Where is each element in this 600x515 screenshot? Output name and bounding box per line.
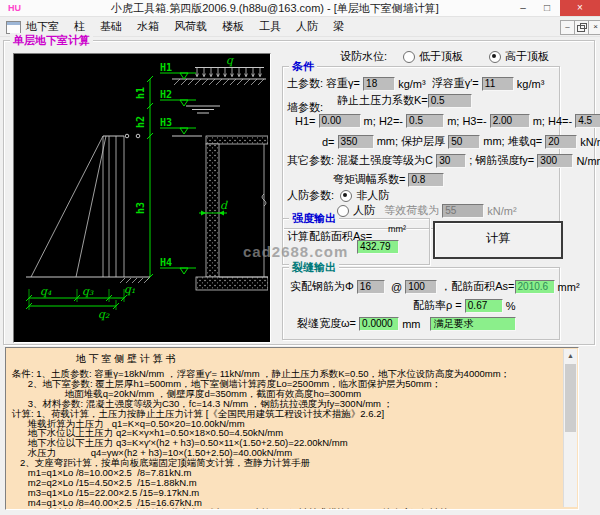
diagram-h3-label: h3 — [135, 202, 146, 214]
crack-width-row: 裂缝宽度ω= 0.0000 mm 满足要求 — [297, 316, 516, 331]
menu-item[interactable]: 梁 — [333, 19, 344, 34]
crack-width-unit: mm — [399, 318, 430, 330]
h3-input[interactable]: 2.00 — [490, 114, 530, 128]
water-level-low-label[interactable]: 低于顶板 — [419, 49, 463, 64]
other-params-label: 其它参数: 混凝土强度等级为C — [287, 153, 436, 168]
crack-width-output: 0.0000 — [359, 317, 399, 331]
main-group-title: 单层地下室计算 — [10, 33, 93, 47]
thickness-label: d= — [322, 136, 338, 148]
equiv-load-label: 等效荷载为 — [375, 203, 442, 218]
surcharge-unit: kN/m — [577, 136, 600, 148]
heights-row: H1= 0.00 m; H2=- 0.5 m; H3=- 2.00 m; H4=… — [295, 114, 600, 128]
mdi-minimize-button[interactable]: – — [560, 20, 575, 35]
diagram-H4-label: H4 — [160, 257, 172, 268]
report-scrollbar[interactable]: ▲ — [563, 349, 577, 507]
fy-input[interactable]: 300 — [537, 154, 573, 168]
k-coefficient-row: 静止土压力系数K= 0.5 — [337, 93, 472, 108]
water-level-low-radio[interactable] — [403, 51, 415, 63]
unit-weight-unit: kg/m³ — [395, 78, 426, 90]
crack-status-output: 满足要求 — [430, 317, 516, 331]
water-level-label: 设防水位: — [340, 49, 387, 64]
buoyant-weight-input[interactable]: 11 — [482, 77, 514, 91]
diagram-H2-label: H2 — [160, 89, 172, 100]
minimize-button[interactable]: – — [512, 0, 534, 16]
diagram-H1-label: H1 — [160, 62, 172, 73]
crack-group-title: 裂缝输出 — [289, 260, 339, 274]
scroll-thumb[interactable] — [565, 364, 576, 432]
thickness-row: d= 350 mm; 保护层厚 50 mm; 堆载q= 20 kN/m — [322, 134, 600, 149]
maximize-button[interactable]: □ — [536, 0, 558, 16]
diagram-q4-label: q₄ — [40, 285, 52, 298]
cover-input[interactable]: 50 — [448, 135, 480, 149]
equiv-load-unit: kN/m² — [484, 205, 516, 217]
ratio-label: 配筋率ρ = — [413, 298, 465, 313]
menu-items: 地下室柱基础水箱风荷载楼板工具人防梁 — [26, 19, 344, 34]
water-level-high-radio[interactable] — [489, 51, 501, 63]
moment-factor-row: 弯矩调幅系数= 0.8 — [333, 172, 444, 187]
mdi-restore-button[interactable] — [574, 20, 589, 35]
civil-defense-row: 人防参数: 非人防 — [287, 188, 389, 203]
diagram-h2-label: h2 — [135, 116, 146, 128]
civil-yes-label[interactable]: 人防 — [353, 203, 375, 218]
menu-item[interactable]: 楼板 — [222, 19, 244, 34]
rebar-row: 实配钢筋为Φ 16 @ 100 ，配筋面积As= 2010.6 mm² — [290, 279, 580, 294]
civil-defense-label: 人防参数: — [287, 188, 340, 203]
calculation-report[interactable]: 地 下 室 侧 壁 计 算 书 条件: 1、土质参数: 容重γ=18kN/mm … — [5, 347, 579, 510]
scroll-up-icon[interactable]: ▲ — [564, 350, 577, 362]
menu-item[interactable]: 柱 — [74, 19, 85, 34]
diagram-q1-label: q₁ — [124, 283, 135, 296]
h4-input[interactable]: 4.5 — [575, 114, 600, 128]
rebar-at-label: @ — [385, 281, 405, 293]
conditions-group-title: 条件 — [289, 59, 317, 73]
buoyant-weight-unit: kg/m³ — [514, 78, 545, 90]
diagram-canvas: q H1 H2 H3 H4 — [14, 54, 268, 340]
civil-yes-radio[interactable] — [337, 205, 349, 217]
fy-unit: N/mm² — [573, 155, 600, 167]
civil-no-label[interactable]: 非人防 — [356, 188, 389, 203]
report-text: 条件: 1、土质参数: 容重γ=18kN/mm ，浮容重γ′= 11kN/mm … — [12, 369, 578, 510]
surcharge-input[interactable]: 20 — [545, 135, 577, 149]
surcharge-label: mm; 堆载q= — [480, 134, 545, 149]
civil-yes-row: 人防 等效荷载为 55 kN/m² — [337, 203, 517, 218]
equiv-load-input: 55 — [442, 204, 484, 218]
diagram-h1-label: h1 — [135, 87, 146, 99]
menu-item[interactable]: 风荷载 — [174, 19, 207, 34]
rebar-diameter-input[interactable]: 16 — [357, 280, 385, 294]
h4-label: m; H4=- — [530, 115, 576, 127]
moment-factor-label: 弯矩调幅系数= — [333, 172, 408, 187]
moment-factor-input[interactable]: 0.8 — [408, 173, 444, 187]
menu-item[interactable]: 地下室 — [26, 19, 59, 34]
civil-no-radio[interactable] — [340, 190, 352, 202]
ratio-row: 配筋率ρ = 0.67 % — [413, 298, 516, 313]
menu-item[interactable]: 水箱 — [137, 19, 159, 34]
water-level-row: 设防水位: 低于顶板 高于顶板 — [340, 49, 549, 64]
ratio-unit: % — [503, 300, 516, 312]
menu-item[interactable]: 基础 — [100, 19, 122, 34]
diagram-d-label: d — [220, 199, 228, 212]
k-coefficient-label: 静止土压力系数K= — [337, 93, 428, 108]
rebar-area-unit: mm² — [555, 281, 580, 293]
calculate-button[interactable]: 计算 — [433, 221, 563, 259]
diagram-q2-label: q₂ — [98, 308, 110, 321]
k-coefficient-input[interactable]: 0.5 — [428, 94, 472, 108]
as-value-output: 432.79 — [357, 240, 399, 254]
soil-params-row: 土参数: 容重γ= 18 kg/m³ 浮容重γ′= 11 kg/m³ — [287, 76, 544, 91]
concrete-grade-input[interactable]: 30 — [436, 154, 466, 168]
as-unit-row: mm² — [388, 224, 406, 234]
unit-weight-input[interactable]: 18 — [363, 77, 395, 91]
thickness-input[interactable]: 350 — [338, 135, 374, 149]
h2-label: m; H2=- — [361, 115, 407, 127]
material-row: 其它参数: 混凝土强度等级为C 30 ; 钢筋强度fy= 300 N/mm² — [287, 153, 600, 168]
rebar-label: 实配钢筋为Φ — [290, 279, 357, 294]
app-window: HU 小虎工具箱.第四版2006.9.(h88u@163.com) - [单层地… — [0, 0, 600, 515]
mdi-close-button[interactable]: × — [588, 20, 600, 35]
h1-input[interactable]: 0.00 — [319, 114, 361, 128]
wall-params-label: 墙参数: — [287, 100, 323, 115]
rebar-spacing-input[interactable]: 100 — [405, 280, 437, 294]
close-button[interactable]: × — [560, 0, 600, 16]
menu-item[interactable]: 人防 — [296, 19, 318, 34]
water-level-high-label[interactable]: 高于顶板 — [505, 49, 549, 64]
title-bar: HU 小虎工具箱.第四版2006.9.(h88u@163.com) - [单层地… — [0, 0, 600, 17]
h2-input[interactable]: 0.5 — [406, 114, 444, 128]
menu-item[interactable]: 工具 — [259, 19, 281, 34]
